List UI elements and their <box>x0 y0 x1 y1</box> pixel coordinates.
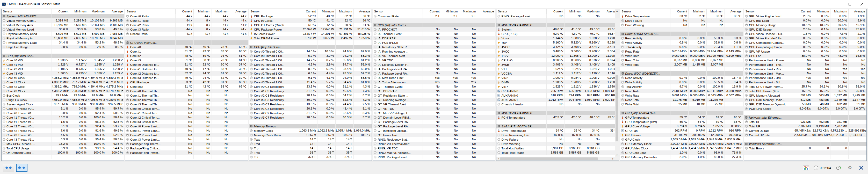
sensor-row[interactable]: Page File Usage2.8 %0.0 %2.9 %0.9 % <box>2 45 124 49</box>
column-header-current[interactable]: Current <box>175 9 193 14</box>
column-header-sensor[interactable]: Sensor <box>125 9 175 14</box>
sensor-group-header[interactable]: CPU [#0]: Intel Core ... <box>249 45 372 49</box>
sensor-row[interactable]: Core #1 Thread #0...15.2 %0.0 %100.0 %58… <box>2 115 124 120</box>
sensor-group-header[interactable]: System: MSI MS-7978 <box>2 14 124 19</box>
sensor-row[interactable]: Performance Limit - PowerNoNoNoNo <box>744 58 866 62</box>
sensor-row[interactable]: Core #2 Thermal Th...NoNoNo <box>125 97 248 102</box>
show-graph-button[interactable] <box>802 164 810 172</box>
sensor-row[interactable]: Core #1 C7 Residency20.5 %0.0 %43.4 %5.1… <box>249 107 372 111</box>
sensor-group-header[interactable]: Memory Timings <box>249 124 372 128</box>
sensor-row[interactable]: IA: PROCHOTNoNoNo <box>373 27 495 32</box>
sensor-row[interactable]: GPU Fan38.0 %0.0 %48.0 %36.8 % <box>744 54 866 58</box>
column-header-current[interactable]: Current <box>423 9 441 14</box>
sensor-row[interactable]: PCH Temperature47.5 °C42.0 °C48.0 °C45.3… <box>496 115 619 120</box>
sensor-row[interactable]: Uncore Ratio41 x41 x41 x41 x <box>125 32 248 36</box>
maximize-button[interactable] <box>844 0 856 8</box>
sensor-row[interactable]: RING: VR TDCNoNoNo <box>373 146 495 150</box>
sensor-row[interactable]: GT: Residency State ...NoNoNo <box>373 93 495 97</box>
sensor-row[interactable]: GPU Temperature (HW)55 °C54 °C69 °C65 °C <box>620 120 743 124</box>
sensor-row[interactable]: Virtual Memory Avai...12,445 MB8,655 MB1… <box>2 23 124 27</box>
sensor-row[interactable]: +12V12.000 V11.808 V12.000 V11.928 V <box>496 54 619 58</box>
sensor-row[interactable]: VIN71.528 V1.512 V1.536 V1.520 V <box>496 84 619 89</box>
column-header-average[interactable]: Average <box>106 9 124 14</box>
sensor-row[interactable]: Drive Temperature33 °C32 °C33 °C33 °C <box>620 14 743 19</box>
sensor-row[interactable]: Core #1 VID1.228 V0.727 V1.355 V1.258 V <box>2 62 124 67</box>
sensor-row[interactable]: AUXFANIN11,012 RPM994 RPM1,050 RPM1,020 … <box>496 97 619 102</box>
sensor-row[interactable]: CPU Package Power20.346 W17.643 W71.131 … <box>249 27 372 32</box>
sensor-row[interactable]: GPU D3D Usage2.0 %0.1 %99.8 %75.6 % <box>744 27 866 32</box>
sensor-row[interactable]: Tcas14 T14 T14 T <box>249 137 372 142</box>
sensor-row[interactable]: Core #2 Thread #0...6.1 %0.0 %92.4 %53.7… <box>2 124 124 128</box>
sensor-group-header[interactable]: CPU [#0]: Intel Core i... <box>373 23 495 27</box>
sensor-row[interactable]: IA: Electrical Design P...NoNoNo <box>373 62 495 67</box>
sensor-row[interactable]: Core #049 °C40 °C78 °C63 °C <box>125 45 248 49</box>
sensor-group-header[interactable]: Drive: ADATA SP600 (2... <box>620 32 743 36</box>
sensor-row[interactable]: Core #0 Thermal Th...NoNoNo <box>125 89 248 93</box>
sensor-row[interactable]: Core #3 Thread #0...4.5 %0.0 %95.4 %52.0… <box>2 133 124 137</box>
sensor-row[interactable]: RING: Package-Level ...NoNoNo <box>496 14 619 19</box>
minimize-button[interactable] <box>832 0 844 8</box>
sensor-row[interactable]: GPU Core Load1.0 %0.0 %98.0 %73.8 % <box>620 150 743 155</box>
sensor-group-header[interactable]: S.M.A.R.T.: ADATA SP... <box>496 124 619 128</box>
sensor-row[interactable]: Core #2 Clock4,388.2 MHz798.0 MHz4,394.6… <box>2 84 124 89</box>
sensor-row[interactable]: Total Activity9.7 %0.0 %100.0 %13.9 % <box>620 84 743 89</box>
scroll-down-arrow[interactable]: ▼ <box>615 153 619 157</box>
sensor-row[interactable]: Physical Memory Load34.4 %34.4 %53.2 %48… <box>2 40 124 45</box>
sensor-row[interactable]: Core #3 Thread 1 C0...11.4 %5.7 %94.4 %6… <box>249 80 372 84</box>
reset-clock-button[interactable] <box>835 164 842 172</box>
horizontal-scrollbar[interactable]: ◄► <box>496 157 615 161</box>
sensor-row[interactable]: Core #3 Critical Tem...NoNoNo <box>125 120 248 124</box>
horizontal-scroll-thumb[interactable] <box>500 157 597 160</box>
column-header-maximum[interactable]: Maximum <box>583 9 601 14</box>
sensor-row[interactable]: RING: Max VR Voltage...NoNoNo <box>373 150 495 155</box>
sensor-row[interactable]: Chassis IntrusionNoNoNo <box>496 102 619 107</box>
sensor-row[interactable]: IA: VR TDCNoNoNo <box>373 58 495 62</box>
sensor-row[interactable]: Core #0 VID1.238 V1.174 V1.345 V1.260 V <box>2 58 124 62</box>
sensor-row[interactable]: Core Max51 °C42 °C83 °C66 °C <box>125 84 248 89</box>
sensor-row[interactable]: Write Rate0.069 MB/s0.000 MB/s16.790 MB/… <box>620 54 743 58</box>
sensor-row[interactable]: Command Rate2 T2 T2 T <box>373 14 495 19</box>
sensor-row[interactable]: Core #2 Thread #1...7.6 %0.0 %91.6 %49.6… <box>2 128 124 133</box>
sensor-row[interactable]: IA: PCS (PECI)NoNoNo <box>373 40 495 45</box>
sensor-row[interactable]: Core #3 Thread #1...8.3 %0.0 %95.4 %58.5… <box>2 137 124 142</box>
sensor-row[interactable]: Trfc374 T374 T374 T <box>249 155 372 159</box>
sensor-row[interactable]: GPU Video Decode 0 Us...1.8 %0.0 %7.6 %2… <box>744 32 866 36</box>
sensor-row[interactable]: Read Rate0.015 MB/s0.000 MB/s39.954 MB/s… <box>620 49 743 54</box>
sensor-row[interactable]: CPU (PECI)52.0 °C42.0 °C79.0 °C65.5 °C <box>496 32 619 36</box>
sensor-row[interactable]: Total Errors000 <box>744 146 866 150</box>
sensor-row[interactable]: GPU Fan962 RPM0 RPM1,212 RPM916 RPM <box>620 128 743 133</box>
sensor-row[interactable]: GPU Video Encode 0 Us...0.0 %0.0 %0.0 %0… <box>744 36 866 40</box>
sensor-row[interactable]: Core #3 C3 Residency30.2 %0.0 %52.6 %7.3… <box>249 97 372 102</box>
collapse-panels-button[interactable] <box>16 164 27 172</box>
sensor-row[interactable]: GPU Power31.193 W30.596 W112.299 W79.900… <box>620 133 743 137</box>
sensor-row[interactable]: GPU Temperature55 °C54 °C69 °C65 °C <box>620 115 743 120</box>
sensor-row[interactable]: Physical Memory Used5,629 MB5,622 MB8,69… <box>2 32 124 36</box>
sensor-row[interactable]: Virtual Memory Load33.6 %33.5 %53.8 %49.… <box>2 27 124 32</box>
sensor-group-header[interactable]: Windows Hardware Err... <box>744 142 866 146</box>
sensor-row[interactable]: Core #0 Thread #0...9.1 %0.0 %95.4 %59.7… <box>2 107 124 111</box>
sensor-row[interactable]: Trp14 T14 T14 T <box>249 146 372 150</box>
column-header-average[interactable]: Average <box>230 9 248 14</box>
column-header-maximum[interactable]: Maximum <box>88 9 106 14</box>
sensor-row[interactable]: IA: DDR RAPLNoNoNo <box>373 36 495 40</box>
column-header-current[interactable]: Current <box>52 9 70 14</box>
column-header-sensor[interactable]: Sensor <box>373 9 423 14</box>
sensor-row[interactable]: GPU D3D Memory Dynamic53 MB46 MB162 MB91… <box>744 102 866 107</box>
sensor-group-header[interactable]: Network: Intel Ethernet... <box>744 115 866 120</box>
sensor-row[interactable]: Core #1 Thread #1...1.5 %0.0 %96.2 %52.5… <box>2 120 124 124</box>
sensor-row[interactable]: Bus Clock99.7 MHz99.6 MHz99.9 MHz99.8 MH… <box>2 93 124 97</box>
sensor-row[interactable]: Tras35 T35 T35 T <box>249 150 372 155</box>
column-header-minimum[interactable]: Minimum <box>564 9 583 14</box>
sensor-row[interactable]: Core #2 Power Limit...NoNoNo <box>125 133 248 137</box>
sensor-row[interactable]: IA: Running Average ...NoNoNo <box>373 49 495 54</box>
sensor-row[interactable]: CPU I/O0.968 V0.968 V0.976 V0.974 V <box>496 58 619 62</box>
sensor-row[interactable]: Write Activity0.8 %0.0 %38.8 %0.8 % <box>620 40 743 45</box>
sensor-row[interactable]: +5V5.160 V5.120 V5.160 V5.158 V <box>496 40 619 45</box>
sensor-row[interactable]: Core #248 °C39 °C76 °C61 °C <box>125 54 248 58</box>
sensor-row[interactable]: Total DRAM Power0.738 W0.672 W2.497 W1.8… <box>249 36 372 40</box>
sensor-row[interactable]: Core #2 Critical Tem...NoNoNo <box>125 115 248 120</box>
sensor-row[interactable]: IA: VR Thermal AlertNoNoNo <box>373 54 495 58</box>
sensor-row[interactable]: Write Total2,007 MB1,415 MB2,007 MB <box>620 62 743 67</box>
sensor-row[interactable]: Read Total11,275 MB5,019 MB11,275 MB <box>620 97 743 102</box>
sensor-row[interactable]: Drive WarningNoNoNo <box>496 142 619 146</box>
